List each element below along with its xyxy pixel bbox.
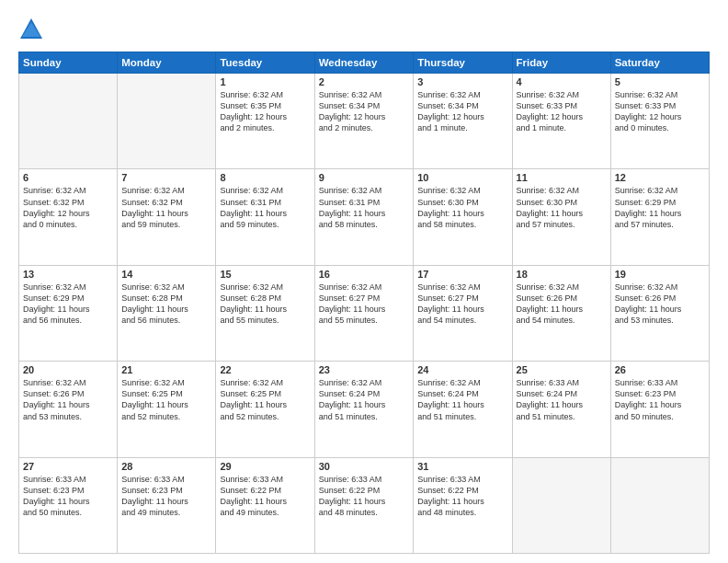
- weekday-header-row: SundayMondayTuesdayWednesdayThursdayFrid…: [19, 52, 710, 74]
- day-number: 27: [23, 461, 113, 472]
- calendar-cell: 15Sunrise: 6:32 AM Sunset: 6:28 PM Dayli…: [216, 265, 314, 361]
- calendar-cell: 29Sunrise: 6:33 AM Sunset: 6:22 PM Dayli…: [216, 457, 314, 553]
- day-info: Sunrise: 6:32 AM Sunset: 6:28 PM Dayligh…: [121, 282, 211, 327]
- weekday-header-wednesday: Wednesday: [314, 52, 414, 74]
- calendar-cell: 16Sunrise: 6:32 AM Sunset: 6:27 PM Dayli…: [314, 265, 414, 361]
- day-info: Sunrise: 6:32 AM Sunset: 6:31 PM Dayligh…: [319, 185, 410, 230]
- day-info: Sunrise: 6:32 AM Sunset: 6:25 PM Dayligh…: [220, 377, 310, 422]
- day-number: 23: [319, 364, 410, 375]
- calendar-cell: 31Sunrise: 6:33 AM Sunset: 6:22 PM Dayli…: [414, 457, 512, 553]
- calendar-cell: 17Sunrise: 6:32 AM Sunset: 6:27 PM Dayli…: [414, 265, 512, 361]
- day-info: Sunrise: 6:32 AM Sunset: 6:33 PM Dayligh…: [615, 89, 705, 134]
- calendar-cell: [610, 457, 709, 553]
- day-number: 17: [417, 269, 507, 280]
- day-number: 6: [23, 172, 113, 183]
- day-number: 3: [417, 76, 507, 87]
- calendar-cell: 30Sunrise: 6:33 AM Sunset: 6:22 PM Dayli…: [314, 457, 414, 553]
- day-info: Sunrise: 6:32 AM Sunset: 6:34 PM Dayligh…: [319, 89, 410, 134]
- calendar-week-4: 20Sunrise: 6:32 AM Sunset: 6:26 PM Dayli…: [19, 362, 710, 457]
- day-info: Sunrise: 6:32 AM Sunset: 6:30 PM Dayligh…: [417, 185, 507, 230]
- calendar-cell: [19, 74, 118, 169]
- day-number: 11: [517, 172, 607, 183]
- day-number: 5: [615, 76, 705, 87]
- day-number: 12: [615, 172, 705, 183]
- day-info: Sunrise: 6:32 AM Sunset: 6:29 PM Dayligh…: [615, 185, 705, 230]
- calendar-cell: 5Sunrise: 6:32 AM Sunset: 6:33 PM Daylig…: [610, 74, 709, 169]
- calendar-week-1: 1Sunrise: 6:32 AM Sunset: 6:35 PM Daylig…: [19, 74, 710, 169]
- day-info: Sunrise: 6:32 AM Sunset: 6:31 PM Dayligh…: [220, 185, 310, 230]
- calendar-cell: [118, 74, 216, 169]
- calendar-cell: 13Sunrise: 6:32 AM Sunset: 6:29 PM Dayli…: [19, 265, 118, 361]
- day-number: 19: [615, 269, 705, 280]
- calendar-cell: 4Sunrise: 6:32 AM Sunset: 6:33 PM Daylig…: [512, 74, 610, 169]
- page: SundayMondayTuesdayWednesdayThursdayFrid…: [0, 0, 728, 563]
- day-number: 20: [23, 364, 113, 375]
- day-info: Sunrise: 6:32 AM Sunset: 6:32 PM Dayligh…: [121, 185, 211, 230]
- day-number: 7: [121, 172, 211, 183]
- weekday-header-monday: Monday: [118, 52, 216, 74]
- day-info: Sunrise: 6:33 AM Sunset: 6:22 PM Dayligh…: [220, 474, 310, 519]
- calendar-cell: 7Sunrise: 6:32 AM Sunset: 6:32 PM Daylig…: [118, 169, 216, 265]
- day-info: Sunrise: 6:32 AM Sunset: 6:33 PM Dayligh…: [517, 89, 607, 134]
- calendar-cell: [512, 457, 610, 553]
- day-number: 10: [417, 172, 507, 183]
- day-number: 16: [319, 269, 410, 280]
- calendar-cell: 24Sunrise: 6:32 AM Sunset: 6:24 PM Dayli…: [414, 362, 512, 457]
- calendar-cell: 23Sunrise: 6:32 AM Sunset: 6:24 PM Dayli…: [314, 362, 414, 457]
- day-number: 24: [417, 364, 507, 375]
- calendar-cell: 27Sunrise: 6:33 AM Sunset: 6:23 PM Dayli…: [19, 457, 118, 553]
- calendar-week-5: 27Sunrise: 6:33 AM Sunset: 6:23 PM Dayli…: [19, 457, 710, 553]
- day-number: 13: [23, 269, 113, 280]
- day-number: 2: [319, 76, 410, 87]
- day-info: Sunrise: 6:32 AM Sunset: 6:27 PM Dayligh…: [319, 282, 410, 327]
- day-info: Sunrise: 6:32 AM Sunset: 6:29 PM Dayligh…: [23, 282, 113, 327]
- day-number: 29: [220, 461, 310, 472]
- day-info: Sunrise: 6:32 AM Sunset: 6:27 PM Dayligh…: [417, 282, 507, 327]
- calendar-cell: 26Sunrise: 6:33 AM Sunset: 6:23 PM Dayli…: [610, 362, 709, 457]
- day-info: Sunrise: 6:32 AM Sunset: 6:30 PM Dayligh…: [517, 185, 607, 230]
- calendar-cell: 8Sunrise: 6:32 AM Sunset: 6:31 PM Daylig…: [216, 169, 314, 265]
- day-number: 1: [220, 76, 310, 87]
- day-info: Sunrise: 6:32 AM Sunset: 6:24 PM Dayligh…: [319, 377, 410, 422]
- day-number: 15: [220, 269, 310, 280]
- calendar-week-2: 6Sunrise: 6:32 AM Sunset: 6:32 PM Daylig…: [19, 169, 710, 265]
- day-number: 21: [121, 364, 211, 375]
- day-info: Sunrise: 6:32 AM Sunset: 6:26 PM Dayligh…: [615, 282, 705, 327]
- weekday-header-thursday: Thursday: [414, 52, 512, 74]
- calendar-cell: 25Sunrise: 6:33 AM Sunset: 6:24 PM Dayli…: [512, 362, 610, 457]
- calendar-cell: 12Sunrise: 6:32 AM Sunset: 6:29 PM Dayli…: [610, 169, 709, 265]
- day-info: Sunrise: 6:32 AM Sunset: 6:34 PM Dayligh…: [417, 89, 507, 134]
- day-number: 30: [319, 461, 410, 472]
- header: [18, 17, 710, 42]
- day-number: 8: [220, 172, 310, 183]
- day-info: Sunrise: 6:32 AM Sunset: 6:28 PM Dayligh…: [220, 282, 310, 327]
- weekday-header-sunday: Sunday: [19, 52, 118, 74]
- day-info: Sunrise: 6:33 AM Sunset: 6:22 PM Dayligh…: [319, 474, 410, 519]
- calendar-cell: 18Sunrise: 6:32 AM Sunset: 6:26 PM Dayli…: [512, 265, 610, 361]
- calendar-cell: 19Sunrise: 6:32 AM Sunset: 6:26 PM Dayli…: [610, 265, 709, 361]
- weekday-header-saturday: Saturday: [610, 52, 709, 74]
- calendar-cell: 2Sunrise: 6:32 AM Sunset: 6:34 PM Daylig…: [314, 74, 414, 169]
- calendar-cell: 1Sunrise: 6:32 AM Sunset: 6:35 PM Daylig…: [216, 74, 314, 169]
- weekday-header-tuesday: Tuesday: [216, 52, 314, 74]
- day-number: 28: [121, 461, 211, 472]
- logo: [18, 17, 48, 42]
- calendar-cell: 14Sunrise: 6:32 AM Sunset: 6:28 PM Dayli…: [118, 265, 216, 361]
- calendar-cell: 10Sunrise: 6:32 AM Sunset: 6:30 PM Dayli…: [414, 169, 512, 265]
- day-info: Sunrise: 6:32 AM Sunset: 6:35 PM Dayligh…: [220, 89, 310, 134]
- calendar-cell: 21Sunrise: 6:32 AM Sunset: 6:25 PM Dayli…: [118, 362, 216, 457]
- weekday-header-friday: Friday: [512, 52, 610, 74]
- day-number: 14: [121, 269, 211, 280]
- calendar-cell: 11Sunrise: 6:32 AM Sunset: 6:30 PM Dayli…: [512, 169, 610, 265]
- day-info: Sunrise: 6:33 AM Sunset: 6:24 PM Dayligh…: [517, 377, 607, 422]
- day-info: Sunrise: 6:33 AM Sunset: 6:23 PM Dayligh…: [615, 377, 705, 422]
- day-info: Sunrise: 6:33 AM Sunset: 6:23 PM Dayligh…: [121, 474, 211, 519]
- day-number: 22: [220, 364, 310, 375]
- day-info: Sunrise: 6:32 AM Sunset: 6:24 PM Dayligh…: [417, 377, 507, 422]
- calendar-cell: 3Sunrise: 6:32 AM Sunset: 6:34 PM Daylig…: [414, 74, 512, 169]
- calendar-cell: 22Sunrise: 6:32 AM Sunset: 6:25 PM Dayli…: [216, 362, 314, 457]
- day-number: 25: [517, 364, 607, 375]
- day-info: Sunrise: 6:32 AM Sunset: 6:32 PM Dayligh…: [23, 185, 113, 230]
- day-number: 18: [517, 269, 607, 280]
- day-number: 26: [615, 364, 705, 375]
